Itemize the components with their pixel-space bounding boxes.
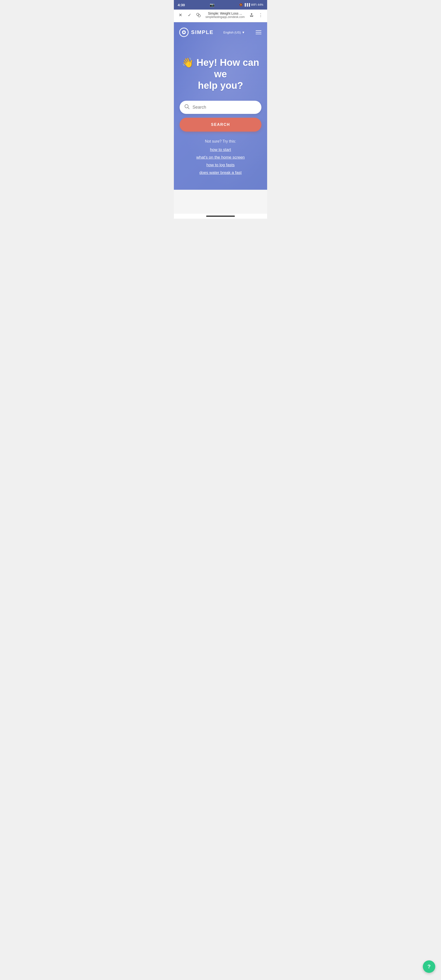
help-fab-button[interactable]: ?: [423, 960, 435, 973]
suggestion-link-home-screen[interactable]: what's on the home screen: [179, 155, 262, 160]
status-time: 4:30: [178, 3, 185, 7]
status-bar: 4:30 📷 🔕 ▐▐▐ WiFi 44%: [174, 0, 267, 10]
wave-emoji: 👋: [182, 57, 194, 68]
svg-line-6: [188, 107, 189, 109]
page-title: Simple: Weight Loss ...: [204, 11, 246, 15]
phone-container: 4:30 📷 🔕 ▐▐▐ WiFi 44% ✕ ✓ Simple: Weight…: [174, 0, 267, 219]
language-selector[interactable]: English (US) ▼: [224, 30, 245, 34]
more-button[interactable]: ⋮: [257, 11, 264, 19]
suggestions-label: Not sure? Try this:: [179, 139, 262, 143]
hero-content: 👋 Hey! How can wehelp you? SEARCH: [174, 42, 267, 190]
search-icon: [184, 104, 190, 111]
hamburger-line-2: [255, 32, 262, 33]
logo-text: SIMPLE: [191, 29, 214, 35]
signal-icon: ▐▐▐: [244, 3, 250, 6]
site-nav: SIMPLE English (US) ▼: [174, 22, 267, 42]
search-input[interactable]: [192, 105, 257, 110]
hamburger-button[interactable]: [255, 29, 262, 35]
hero-section: SIMPLE English (US) ▼ 👋 Hey! How can weh…: [174, 22, 267, 190]
suggestion-link-water-fast[interactable]: does water break a fast: [179, 170, 262, 175]
language-label: English (US): [224, 30, 241, 34]
search-box[interactable]: [179, 101, 262, 114]
home-indicator: [174, 214, 267, 219]
main-content: SIMPLE English (US) ▼ 👋 Hey! How can weh…: [174, 22, 267, 214]
wifi-icon: WiFi: [251, 3, 257, 6]
logo-icon: [179, 27, 189, 38]
camera-icon: 📷: [210, 3, 214, 7]
browser-nav: ✕ ✓ Simple: Weight Loss ... simplefastin…: [177, 11, 264, 19]
chevron-down-icon: ▼: [242, 30, 245, 34]
browser-chrome: ✕ ✓ Simple: Weight Loss ... simplefastin…: [174, 10, 267, 22]
svg-point-4: [183, 31, 185, 33]
battery-icon: 44%: [258, 3, 263, 6]
site-logo: SIMPLE: [179, 27, 214, 38]
search-button[interactable]: SEARCH: [179, 118, 262, 132]
suggestion-link-how-to-start[interactable]: how to start: [179, 147, 262, 152]
bottom-section: [174, 190, 267, 214]
svg-point-0: [197, 13, 199, 16]
share-button[interactable]: [248, 11, 255, 19]
hero-heading: 👋 Hey! How can wehelp you?: [179, 57, 262, 91]
status-icons: 🔕 ▐▐▐ WiFi 44%: [239, 3, 263, 6]
silent-icon: 🔕: [239, 3, 243, 6]
close-button[interactable]: ✕: [177, 11, 184, 19]
suggestion-link-log-fasts[interactable]: how to log fasts: [179, 163, 262, 167]
home-bar: [206, 216, 235, 217]
page-domain: simplefastingapp.zendesk.com: [204, 15, 246, 19]
hero-heading-text: Hey! How can wehelp you?: [196, 57, 259, 91]
hamburger-line-1: [255, 30, 262, 31]
chevron-down-button[interactable]: ✓: [186, 11, 193, 19]
hamburger-line-3: [255, 34, 262, 34]
svg-point-1: [198, 14, 200, 17]
tabs-button[interactable]: [195, 11, 202, 19]
suggestions-section: Not sure? Try this: how to start what's …: [179, 139, 262, 178]
help-icon: ?: [427, 964, 430, 970]
url-bar[interactable]: Simple: Weight Loss ... simplefastingapp…: [204, 11, 246, 19]
